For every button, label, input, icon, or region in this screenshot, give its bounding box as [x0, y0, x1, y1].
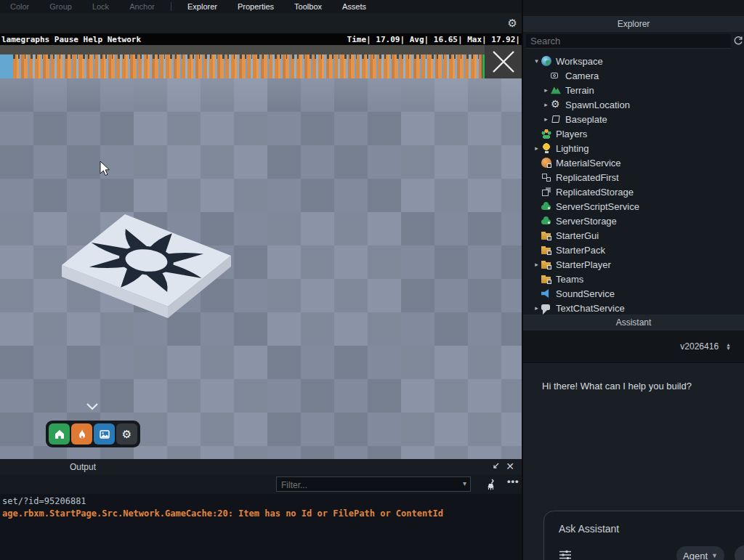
sliders-icon[interactable]	[559, 549, 572, 560]
close-icon[interactable]: ✕	[506, 460, 514, 473]
flame-button[interactable]	[71, 423, 92, 445]
tree-item-label: ReplicatedFirst	[556, 172, 619, 183]
more-options-button[interactable]: •••	[507, 476, 519, 487]
image-button[interactable]	[94, 423, 115, 445]
spawn-slab[interactable]	[0, 78, 522, 459]
expand-arrow-icon[interactable]: ▸	[532, 261, 541, 268]
send-button[interactable]	[735, 545, 744, 560]
explorer-tree[interactable]: ▾WorkspaceCamera▸Terrain▸SpawnLocation▸B…	[523, 54, 744, 315]
output-header: Output ✕	[0, 459, 522, 474]
image-icon	[99, 429, 110, 440]
tree-item-label: StarterPack	[556, 245, 605, 256]
workspace-icon	[541, 56, 551, 66]
chevron-down-icon[interactable]	[85, 401, 100, 411]
baseplate-icon	[551, 114, 561, 124]
tree-item-label: Lighting	[556, 143, 589, 154]
popout-icon[interactable]	[490, 462, 500, 471]
tree-item-label: MaterialService	[556, 158, 621, 169]
clear-output-button[interactable]	[484, 476, 498, 492]
tree-item-spawnlocation[interactable]: ▸SpawnLocation	[523, 97, 744, 112]
assistant-body: Hi there! What can I help you build? Ask…	[523, 363, 744, 560]
expand-arrow-icon[interactable]: ▾	[532, 57, 541, 65]
tree-item-teams[interactable]: Teams	[523, 272, 744, 286]
terrain-icon	[551, 85, 561, 95]
menu-item-assets[interactable]: Assets	[332, 2, 376, 11]
tree-item-replicatedfirst[interactable]: ReplicatedFirst	[523, 170, 744, 184]
menu-item-toolbox[interactable]: Toolbox	[284, 2, 332, 11]
tree-item-label: StarterPlayer	[556, 259, 611, 270]
output-toolbar: ▾ •••	[0, 474, 522, 494]
flamegraph-close-button[interactable]	[485, 45, 522, 78]
gear-icon[interactable]: ⚙	[508, 17, 517, 30]
expand-arrow-icon[interactable]: ▸	[541, 86, 551, 94]
gear-icon: ⚙	[122, 428, 132, 441]
dropdown-arrow-icon[interactable]: ▾	[463, 479, 466, 487]
menu-item-group[interactable]: Group	[39, 2, 82, 11]
tree-item-serverstorage[interactable]: ServerStorage	[523, 214, 744, 228]
expand-arrow-icon[interactable]: ▸	[541, 115, 551, 123]
refresh-icon[interactable]	[732, 36, 744, 47]
tree-item-terrain[interactable]: ▸Terrain	[523, 83, 744, 97]
tree-item-starterplayer[interactable]: ▸StarterPlayer	[523, 257, 744, 272]
menu-item-lock[interactable]: Lock	[82, 2, 119, 11]
tree-item-materialservice[interactable]: MaterialService	[523, 155, 744, 170]
menu-item-properties[interactable]: Properties	[227, 2, 284, 11]
tree-item-workspace[interactable]: ▾Workspace	[523, 54, 744, 68]
menu-items: ColorGroupLockAnchorExplorerPropertiesTo…	[0, 2, 376, 11]
tree-item-label: TextChatService	[556, 303, 625, 314]
tree-item-lighting[interactable]: ▸Lighting	[523, 141, 744, 155]
roblox-studio-window: ColorGroupLockAnchorExplorerPropertiesTo…	[0, 0, 744, 560]
filter-dropdown[interactable]: ▾	[276, 476, 471, 492]
tree-item-textchatservice[interactable]: ▸TextChatService	[523, 301, 744, 315]
ask-assistant-input[interactable]: Ask Assistant Agent ▼	[543, 511, 744, 560]
expand-arrow-icon[interactable]: ▸	[541, 101, 551, 108]
expand-arrow-icon[interactable]: ▸	[532, 145, 541, 152]
expand-arrow-icon[interactable]: ▸	[532, 304, 541, 312]
menu-item-explorer[interactable]: Explorer	[177, 2, 227, 11]
slab-top-face	[62, 214, 231, 307]
tree-item-serverscriptservice[interactable]: ServerScriptService	[523, 199, 744, 214]
ribbon-bar: ⚙	[0, 13, 522, 33]
flame-icon	[76, 429, 88, 440]
tree-item-camera[interactable]: Camera	[523, 68, 744, 83]
menu-bar: ColorGroupLockAnchorExplorerPropertiesTo…	[0, 0, 522, 13]
output-line: set/?id=95206881	[0, 495, 522, 508]
flamegraph[interactable]	[0, 45, 522, 78]
version-stepper-icon[interactable]: ▲▼	[726, 343, 731, 350]
agent-mode-dropdown[interactable]: Agent ▼	[676, 546, 724, 560]
broom-icon	[486, 479, 496, 490]
settings-button[interactable]: ⚙	[116, 423, 137, 445]
menu-item-anchor[interactable]: Anchor	[119, 2, 165, 11]
home-button[interactable]	[49, 423, 70, 445]
startergui-icon	[541, 230, 551, 240]
viewport-3d[interactable]: ⚙	[0, 78, 522, 459]
tree-item-startergui[interactable]: StarterGui	[523, 228, 744, 243]
tree-item-starterpack[interactable]: StarterPack	[523, 243, 744, 257]
tree-item-baseplate[interactable]: ▸Baseplate	[523, 112, 744, 126]
home-icon	[54, 429, 65, 440]
tree-item-label: StarterGui	[556, 230, 599, 241]
camera-icon	[551, 70, 561, 81]
search-input[interactable]	[526, 34, 731, 49]
menu-item-color[interactable]: Color	[0, 2, 39, 11]
menu-separator	[171, 2, 171, 11]
tree-item-soundservice[interactable]: SoundService	[523, 286, 744, 301]
output-log[interactable]: set/?id=95206881age.rbxm.StartPage.Src.N…	[0, 495, 522, 520]
tree-item-label: Workspace	[556, 56, 603, 67]
tree-item-players[interactable]: Players	[523, 126, 744, 141]
explorer-title: Explorer	[618, 19, 650, 29]
profiler-timings: Time| 17.09| Avg| 16.65| Max| 17.92|	[347, 35, 520, 44]
filter-input[interactable]	[280, 477, 453, 492]
tree-item-label: Camera	[565, 70, 599, 81]
tree-item-replicatedstorage[interactable]: ReplicatedStorage	[523, 184, 744, 199]
tree-item-label: SoundService	[556, 288, 615, 299]
explorer-header[interactable]: Explorer	[523, 16, 744, 32]
right-dock: Explorer ▾WorkspaceCamera▸Terrain▸SpawnL…	[522, 0, 744, 560]
profiler-menu[interactable]: lamegraphs Pause Help Network	[1, 35, 141, 44]
explorer-search-row	[523, 32, 744, 51]
replicatedstorage-icon	[541, 187, 551, 197]
spawnlocation-icon	[551, 100, 561, 110]
flamegraph-bars-jagged-top	[13, 54, 482, 59]
assistant-header[interactable]: Assistant	[523, 315, 744, 330]
tree-item-label: SpawnLocation	[565, 100, 630, 110]
